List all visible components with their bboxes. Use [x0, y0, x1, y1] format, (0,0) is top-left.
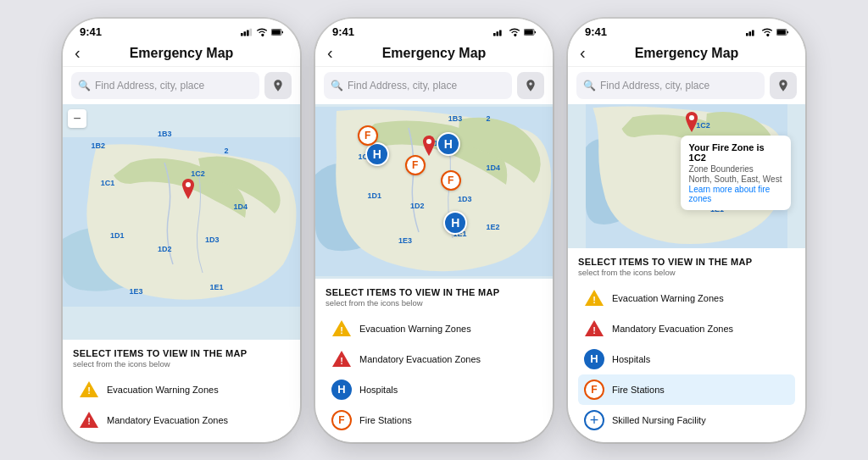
legend-label-evac-warning-2: Evacuation Warning Zones — [359, 324, 471, 334]
legend-item-hospitals-2[interactable]: H Hospitals — [326, 374, 542, 405]
legend-icon-warning-red-2: ! — [331, 348, 353, 370]
svg-rect-6 — [282, 30, 283, 33]
fire-station-marker-2: F — [405, 155, 426, 175]
map-area-3[interactable]: 1C2 1D4 1D3 1E2 1E1 Your Fire Zone is 1C… — [568, 104, 805, 248]
zone-label-p2-1e3: 1E3 — [398, 236, 412, 245]
red-pin-marker-3 — [684, 112, 699, 136]
panel-subtitle-2: select from the icons below — [326, 298, 542, 308]
tooltip-title-3: Your Fire Zone is 1C2 — [689, 142, 782, 163]
wifi-icon-3 — [761, 28, 773, 36]
search-placeholder-3: Find Address, city, place — [600, 80, 709, 91]
location-button-3[interactable] — [770, 72, 797, 99]
panel-title-1: SELECT ITEMS TO VIEW IN THE MAP — [73, 348, 290, 358]
legend-item-mandatory-3[interactable]: ! Mandatory Evacuation Zones — [578, 313, 795, 344]
search-input-1[interactable]: 🔍 Find Address, city, place — [71, 72, 259, 99]
zone-label-1-right: 2 — [224, 147, 228, 155]
back-button-2[interactable]: ‹ — [327, 43, 333, 63]
status-bar-1: 9:41 — [63, 19, 300, 42]
legend-list-2: ! Evacuation Warning Zones ! Mandatory E… — [326, 313, 542, 435]
fire-station-marker-1: F — [358, 125, 378, 146]
page-title-1: Emergency Map — [130, 46, 234, 61]
search-bar-3: 🔍 Find Address, city, place — [568, 67, 805, 104]
tooltip-zone-label-3: Zone Bounderies — [689, 164, 782, 174]
svg-rect-14 — [535, 30, 536, 33]
legend-label-mandatory-2: Mandatory Evacuation Zones — [359, 354, 481, 364]
phone-header-1: ‹ Emergency Map — [63, 42, 300, 67]
hospital-marker-2: H — [437, 132, 460, 156]
search-bar-2: 🔍 Find Address, city, place — [315, 67, 553, 104]
legend-item-hospitals-3[interactable]: H Hospitals — [578, 344, 795, 374]
svg-rect-18 — [749, 31, 752, 36]
legend-icon-h-2: H — [331, 379, 353, 401]
map-terrain-1 — [63, 104, 300, 340]
panel-title-3: SELECT ITEMS TO VIEW IN THE MAP — [578, 257, 795, 267]
zone-label-p2-1d3: 1D3 — [458, 195, 472, 203]
status-bar-3: 9:41 — [568, 19, 805, 42]
zoom-minus-button-1[interactable]: − — [68, 109, 86, 128]
back-button-3[interactable]: ‹ — [580, 43, 586, 63]
tooltip-directions-3: North, South, East, West — [689, 175, 782, 184]
svg-rect-3 — [250, 28, 253, 36]
zone-label-p2-1d1: 1D1 — [368, 191, 382, 200]
tooltip-link-3[interactable]: Learn more about fire zones — [689, 185, 782, 203]
location-button-2[interactable] — [517, 72, 544, 99]
signal-icon-1 — [241, 28, 253, 36]
phone-3: 9:41 ‹ Emergency Map 🔍 Find Address, cit… — [568, 19, 805, 442]
zone-label-1e3: 1E3 — [129, 287, 142, 296]
legend-item-evac-warning-2[interactable]: ! Evacuation Warning Zones — [326, 313, 542, 344]
location-icon-3 — [776, 79, 790, 92]
screenshot-container: 9:41 ‹ Emergency Map 🔍 Find Address, cit… — [0, 0, 868, 460]
legend-label-hospitals-2: Hospitals — [359, 385, 398, 395]
svg-rect-0 — [241, 32, 243, 36]
map-tooltip-3: Your Fire Zone is 1C2 Zone Bounderies No… — [681, 136, 791, 210]
panel-title-2: SELECT ITEMS TO VIEW IN THE MAP — [326, 287, 542, 297]
red-pin-marker-1 — [181, 179, 196, 202]
svg-point-8 — [186, 182, 191, 187]
map-area-1[interactable]: − 1B2 1B3 1C1 1C2 2 1D1 1D2 1D3 1D4 1E3 … — [63, 104, 300, 340]
back-button-1[interactable]: ‹ — [75, 43, 81, 63]
minus-icon-1: − — [73, 111, 81, 126]
search-icon-3: 🔍 — [583, 80, 596, 91]
legend-item-snf-3[interactable]: + Skilled Nursing Facility — [578, 405, 795, 435]
legend-label-fire-stations-2: Fire Stations — [359, 415, 412, 425]
legend-icon-f-3: F — [583, 379, 605, 401]
zone-label-p2-1d2: 1D2 — [410, 202, 425, 210]
legend-icon-plus-3: + — [583, 409, 605, 431]
bottom-panel-1: SELECT ITEMS TO VIEW IN THE MAP select f… — [63, 340, 300, 442]
status-icons-1 — [241, 28, 283, 36]
legend-label-mandatory-3: Mandatory Evacuation Zones — [612, 324, 733, 334]
battery-icon-2 — [524, 28, 536, 36]
map-terrain-2 — [315, 104, 553, 279]
status-icons-2 — [493, 28, 536, 36]
svg-rect-1 — [244, 31, 247, 36]
search-bar-1: 🔍 Find Address, city, place — [63, 67, 300, 104]
legend-icon-warning-yellow-2: ! — [331, 318, 353, 340]
svg-rect-17 — [746, 32, 748, 36]
location-icon-2 — [524, 79, 537, 92]
legend-item-warning-1[interactable]: ! Evacuation Warning Zones — [73, 374, 290, 405]
page-title-3: Emergency Map — [635, 46, 739, 61]
legend-item-fire-stations-3[interactable]: F Fire Stations — [578, 374, 795, 405]
svg-rect-22 — [787, 30, 788, 33]
legend-label-warning-1: Evacuation Warning Zones — [107, 385, 219, 395]
hospital-marker-3: H — [443, 211, 467, 235]
bottom-panel-3: SELECT ITEMS TO VIEW IN THE MAP select f… — [568, 248, 805, 442]
legend-item-evac-warning-3[interactable]: ! Evacuation Warning Zones — [578, 283, 795, 313]
page-title-2: Emergency Map — [382, 46, 487, 61]
location-button-1[interactable] — [264, 72, 292, 99]
phone-1: 9:41 ‹ Emergency Map 🔍 Find Address, cit… — [63, 19, 300, 442]
battery-icon-1 — [271, 28, 283, 36]
legend-icon-f-2: F — [331, 409, 353, 431]
legend-item-mandatory-2[interactable]: ! Mandatory Evacuation Zones — [326, 344, 542, 374]
status-time-3: 9:41 — [585, 25, 607, 38]
legend-item-fire-stations-2[interactable]: F Fire Stations — [326, 405, 542, 435]
search-input-3[interactable]: 🔍 Find Address, city, place — [576, 72, 765, 99]
legend-item-mandatory-1[interactable]: ! Mandatory Evacuation Zones — [73, 405, 290, 435]
legend-label-hospitals-3: Hospitals — [612, 354, 650, 364]
map-area-2[interactable]: 1B3 2 1C1 1C2 1D1 1D2 1D3 1D4 1E3 1E1 1E… — [315, 104, 553, 279]
svg-rect-11 — [499, 30, 502, 36]
phone-header-2: ‹ Emergency Map — [315, 42, 553, 67]
zone-label-p2-1e2: 1E2 — [487, 223, 500, 231]
search-input-2[interactable]: 🔍 Find Address, city, place — [324, 72, 512, 99]
fire-station-marker-3: F — [441, 170, 461, 191]
